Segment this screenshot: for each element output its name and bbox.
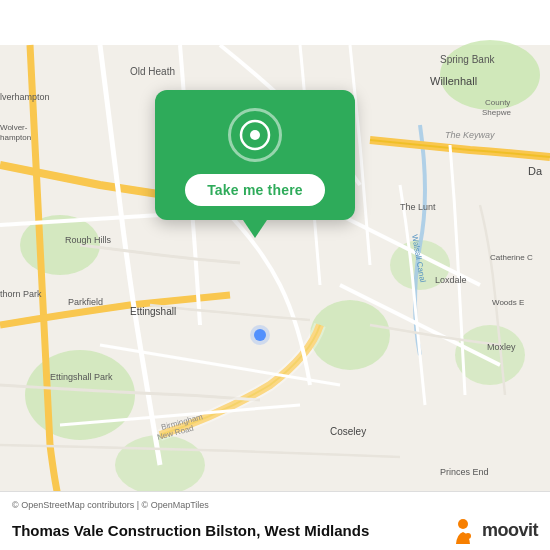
svg-text:hampton: hampton	[0, 133, 31, 142]
svg-point-6	[455, 325, 525, 385]
svg-text:Woods E: Woods E	[492, 298, 524, 307]
svg-point-36	[250, 325, 270, 345]
svg-text:The Lunt: The Lunt	[400, 202, 436, 212]
svg-text:Coseley: Coseley	[330, 426, 366, 437]
svg-text:Parkfield: Parkfield	[68, 297, 103, 307]
svg-text:Willenhall: Willenhall	[430, 75, 477, 87]
svg-text:Rough Hills: Rough Hills	[65, 235, 112, 245]
location-pin-icon	[239, 119, 271, 151]
svg-text:lverhampton: lverhampton	[0, 92, 50, 102]
map-container: Spring Bank Willenhall County Shepwe Old…	[0, 0, 550, 550]
svg-text:Catherine C: Catherine C	[490, 253, 533, 262]
svg-text:Da: Da	[528, 165, 543, 177]
svg-text:County: County	[485, 98, 510, 107]
svg-text:Shepwe: Shepwe	[482, 108, 511, 117]
svg-text:Wolver-: Wolver-	[0, 123, 28, 132]
svg-text:thorn Park: thorn Park	[0, 289, 42, 299]
attribution-text: © OpenStreetMap contributors | © OpenMap…	[12, 500, 538, 510]
svg-text:Ettingshall: Ettingshall	[130, 306, 176, 317]
svg-text:Loxdale: Loxdale	[435, 275, 467, 285]
svg-text:Spring Bank: Spring Bank	[440, 54, 495, 65]
svg-text:Princes End: Princes End	[440, 467, 489, 477]
location-row: Thomas Vale Construction Bilston, West M…	[12, 516, 538, 544]
svg-point-40	[465, 533, 471, 539]
location-name: Thomas Vale Construction Bilston, West M…	[12, 522, 369, 539]
take-me-there-button[interactable]: Take me there	[185, 174, 325, 206]
svg-point-3	[25, 350, 135, 440]
popup-pointer	[243, 220, 267, 238]
svg-point-38	[250, 130, 260, 140]
moovit-icon	[449, 516, 477, 544]
svg-point-39	[458, 519, 468, 529]
moovit-logo: moovit	[449, 516, 538, 544]
moovit-text: moovit	[482, 520, 538, 541]
svg-text:The Keyway: The Keyway	[445, 130, 495, 140]
popup-card: Take me there	[155, 90, 355, 220]
svg-text:Old Heath: Old Heath	[130, 66, 175, 77]
svg-text:Moxley: Moxley	[487, 342, 516, 352]
svg-text:Ettingshall Park: Ettingshall Park	[50, 372, 113, 382]
attribution-bar: © OpenStreetMap contributors | © OpenMap…	[0, 491, 550, 550]
map-svg: Spring Bank Willenhall County Shepwe Old…	[0, 0, 550, 550]
location-icon-circle	[228, 108, 282, 162]
